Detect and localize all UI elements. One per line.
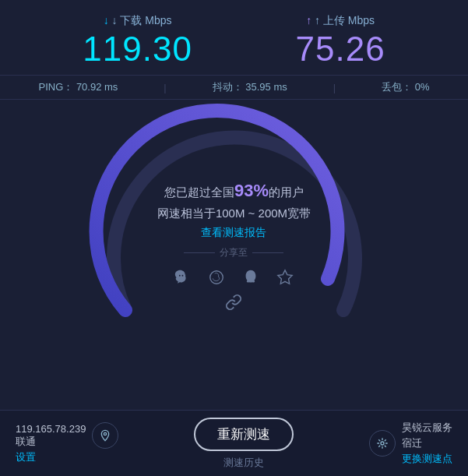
bottom-right: 昊锐云服务 宿迁 更换测速点 [369, 421, 452, 466]
satellite-icon [369, 430, 396, 457]
ping-stat: PING： 70.92 ms [38, 80, 118, 94]
svg-marker-1 [278, 270, 292, 284]
report-link[interactable]: 查看测速报告 [157, 226, 311, 240]
bottom-bar: 119.165.78.239 联通 设置 重新测速 测速历史 昊锐云服务 宿迁 [0, 410, 468, 476]
retest-button[interactable]: 重新测速 [194, 418, 294, 451]
jitter-value: 35.95 ms [245, 81, 287, 93]
upload-block: ↑ ↑ 上传 Mbps 75.26 [296, 14, 385, 69]
divider-1: | [164, 82, 166, 93]
ping-value: 70.92 ms [76, 81, 118, 93]
gauge-percent-text: 您已超过全国93%的用户 [157, 177, 311, 204]
bottom-left: 119.165.78.239 联通 设置 [16, 422, 118, 464]
change-server-link[interactable]: 更换测速点 [402, 452, 452, 466]
link-icon[interactable] [157, 294, 311, 311]
location-icon [92, 422, 118, 449]
divider-2: | [333, 82, 336, 93]
upload-label-text: ↑ 上传 Mbps [315, 14, 375, 26]
loss-stat: 丢包： 0% [382, 80, 429, 94]
settings-link[interactable]: 设置 [16, 450, 118, 464]
upload-label: ↑ ↑ 上传 Mbps [296, 14, 385, 28]
svg-point-3 [381, 442, 384, 445]
share-divider: 分享至 [157, 246, 311, 259]
bottom-center: 重新测速 测速历史 [194, 418, 294, 470]
share-icons [157, 267, 311, 287]
download-label: ↓ ↓ 下载 Mbps [83, 14, 192, 28]
gauge-content: 您已超过全国93%的用户 网速相当于100M ~ 200M宽带 查看测速报告 分… [157, 177, 311, 311]
favorite-icon[interactable] [275, 267, 295, 287]
stats-bar: PING： 70.92 ms | 抖动： 35.95 ms | 丢包： 0% [0, 75, 468, 100]
server-location: 宿迁 [402, 436, 452, 450]
jitter-stat: 抖动： 35.95 ms [213, 80, 287, 94]
speed-container: ↓ ↓ 下载 Mbps 119.30 ↑ ↑ 上传 Mbps 75.26 [0, 0, 468, 75]
gauge-area: 您已超过全国93%的用户 网速相当于100M ~ 200M宽带 查看测速报告 分… [0, 100, 468, 365]
ip-info: 119.165.78.239 联通 [16, 423, 86, 449]
server-name: 昊锐云服务 [402, 421, 452, 435]
download-block: ↓ ↓ 下载 Mbps 119.30 [83, 14, 192, 69]
upload-value: 75.26 [296, 30, 385, 69]
qq-icon[interactable] [241, 267, 261, 287]
gauge-bandwidth-text: 网速相当于100M ~ 200M宽带 [157, 204, 311, 223]
svg-point-2 [104, 432, 107, 435]
wechat-icon[interactable] [172, 267, 192, 287]
loss-value: 0% [415, 81, 430, 93]
history-link[interactable]: 测速历史 [223, 456, 264, 470]
ip-location-row: 119.165.78.239 联通 [16, 422, 118, 449]
server-info: 昊锐云服务 宿迁 更换测速点 [402, 421, 452, 466]
weibo-icon[interactable] [206, 267, 227, 287]
isp-name: 联通 [16, 435, 86, 449]
ip-address: 119.165.78.239 [16, 423, 86, 435]
download-value: 119.30 [83, 30, 192, 69]
download-label-text: ↓ 下载 Mbps [112, 14, 172, 26]
